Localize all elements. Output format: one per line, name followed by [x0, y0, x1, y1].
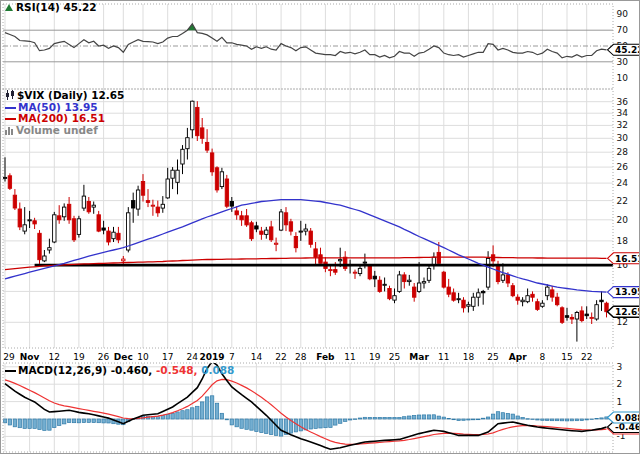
macd-histogram-bar	[196, 406, 199, 419]
date-label: 15	[561, 352, 572, 362]
macd-histogram-bar	[526, 419, 529, 420]
macd-histogram-bar	[201, 402, 204, 419]
macd-histogram-bar	[541, 419, 544, 420]
candle-body	[358, 268, 361, 273]
candle-body	[3, 177, 6, 178]
macd-axis-label: 3	[617, 362, 623, 372]
candle-body	[536, 302, 539, 310]
macd-legend: MACD(12,26,9) -0.460, -0.548, 0.088	[5, 365, 234, 377]
macd-histogram-bar	[501, 413, 504, 419]
macd-line-icon	[5, 370, 16, 372]
candle-body	[408, 280, 411, 281]
candle-body	[541, 303, 544, 306]
macd-histogram-bar	[393, 418, 396, 420]
candle-body	[191, 101, 194, 130]
macd-histogram-bar	[260, 419, 263, 433]
candle-body	[72, 219, 75, 240]
macd-histogram-bar	[33, 419, 36, 428]
macd-histogram-bar	[486, 417, 489, 419]
date-label: 28	[295, 352, 307, 362]
macd-histogram-bar	[531, 419, 534, 420]
macd-histogram-bar	[225, 419, 228, 420]
macd-histogram-bar	[58, 419, 61, 426]
macd-histogram-bar	[462, 419, 465, 420]
price-title: $VIX (Daily) 12.65	[17, 89, 124, 101]
candle-body	[585, 314, 588, 316]
candle-body	[77, 219, 80, 235]
candle-body	[196, 107, 199, 135]
price-axis-label: 22	[617, 196, 628, 206]
rsi-axis-label: 30	[617, 57, 629, 67]
candle-body	[151, 205, 154, 206]
macd-axis-label: 1	[617, 397, 623, 407]
macd-histogram-bar	[13, 419, 16, 427]
ma200-line-icon	[5, 118, 16, 120]
macd-histogram-bar	[23, 419, 26, 428]
macd-histogram-bar	[408, 416, 411, 419]
candle-body	[235, 211, 238, 215]
date-label: 29	[3, 352, 15, 362]
candle-body	[186, 138, 189, 149]
candle-body	[63, 207, 66, 217]
macd-histogram-bar	[319, 419, 322, 428]
candle-body	[531, 294, 534, 297]
candle-body	[171, 170, 174, 178]
rsi-axis-label: 70	[617, 25, 629, 35]
macd-histogram-bar	[8, 419, 11, 425]
candle-body	[506, 275, 509, 283]
candle-body	[398, 275, 401, 292]
macd-histogram-bar	[521, 418, 524, 420]
macd-histogram-bar	[422, 415, 425, 419]
candle-body	[422, 282, 425, 283]
candle-body	[38, 233, 41, 259]
macd-histogram-bar	[3, 419, 6, 423]
candle-body	[107, 231, 110, 242]
macd-histogram-bar	[437, 416, 440, 419]
date-label: 14	[251, 352, 263, 362]
candle-body	[58, 216, 61, 220]
macd-histogram-bar	[575, 419, 578, 421]
candle-body	[442, 272, 445, 287]
candle-body	[314, 249, 317, 257]
macd-histogram-bar	[191, 408, 194, 419]
macd-histogram-bar	[230, 419, 233, 425]
macd-histogram-bar	[235, 419, 238, 427]
candle-body	[210, 153, 213, 172]
macd-histogram-bar	[447, 419, 450, 420]
candle-body	[521, 300, 524, 302]
macd-histogram-bar	[48, 419, 51, 430]
macd-histogram-bar	[18, 419, 21, 428]
candle-body	[482, 291, 485, 292]
candle-body	[383, 284, 386, 285]
candle-body	[477, 293, 480, 297]
candle-body	[8, 176, 11, 189]
macd-histogram-bar	[67, 419, 70, 423]
candle-body	[560, 308, 563, 323]
candle-body	[289, 222, 292, 231]
candle-body	[417, 283, 420, 291]
candle-body	[353, 272, 356, 273]
date-label: 22	[275, 352, 286, 362]
candle-body	[97, 215, 100, 231]
candle-body	[388, 289, 391, 299]
macd-histogram-bar	[551, 419, 554, 421]
macd-histogram-bar	[77, 419, 80, 423]
candle-body	[595, 305, 598, 319]
candle-body	[92, 205, 95, 207]
candle-body	[565, 316, 568, 318]
candle-body	[117, 233, 120, 240]
price-axis-label: 18	[617, 236, 629, 246]
macd-histogram-bar	[82, 419, 85, 423]
macd-histogram-bar	[600, 418, 603, 419]
candle-body	[393, 296, 396, 300]
macd-histogram-bar	[491, 414, 494, 419]
macd-histogram-bar	[156, 417, 159, 419]
date-label: 7	[229, 352, 235, 362]
date-label: Mar	[409, 352, 429, 362]
macd-histogram-bar	[432, 415, 435, 419]
price-axis-label: 34	[617, 108, 629, 118]
candle-body	[82, 196, 85, 208]
macd-histogram-bar	[536, 419, 539, 420]
macd-histogram-bar	[348, 419, 351, 420]
macd-histogram-bar	[240, 419, 243, 428]
